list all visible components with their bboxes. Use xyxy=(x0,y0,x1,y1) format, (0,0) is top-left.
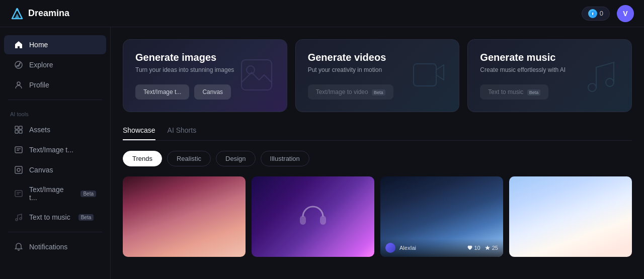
gallery: AlexIai 10 25 xyxy=(123,176,632,257)
sidebar-label-explore: Explore xyxy=(29,61,53,69)
sidebar-item-text-music[interactable]: Text to music Beta xyxy=(4,208,106,227)
gallery-item-1[interactable] xyxy=(123,176,246,257)
dreamina-logo-icon xyxy=(10,7,24,21)
gallery-overlay-3: AlexIai 10 25 xyxy=(380,239,503,257)
svg-rect-11 xyxy=(15,147,22,153)
music-icon xyxy=(14,213,23,222)
btn-canvas[interactable]: Canvas xyxy=(194,84,231,100)
sidebar-item-canvas[interactable]: Canvas xyxy=(4,160,106,179)
card-buttons-videos: Text/Image to video Beta xyxy=(308,84,447,100)
sidebar-item-home[interactable]: Home xyxy=(4,35,106,54)
tabs-row: Showcase AI Shorts xyxy=(123,126,632,141)
gallery-image-1 xyxy=(123,176,246,257)
feature-card-videos: Generate videos Put your creativity in m… xyxy=(295,39,460,112)
notifications-icon xyxy=(14,242,23,251)
svg-rect-10 xyxy=(19,130,22,133)
sidebar-item-assets[interactable]: Assets xyxy=(4,120,106,139)
svg-point-2 xyxy=(16,8,19,11)
svg-rect-23 xyxy=(320,216,326,225)
feature-cards: Generate images Turn your ideas into stu… xyxy=(123,39,632,112)
explore-icon xyxy=(14,60,23,69)
card-buttons-music: Text to music Beta xyxy=(480,84,619,100)
star-icon xyxy=(485,245,491,251)
filter-trends[interactable]: Trends xyxy=(123,151,162,166)
gallery-avatar-3 xyxy=(385,243,395,253)
coins-count: 0 xyxy=(600,10,603,17)
profile-icon xyxy=(14,80,23,89)
assets-icon xyxy=(14,125,23,134)
heart-icon xyxy=(467,245,473,251)
sidebar-label-text-image: Text/Image t... xyxy=(29,146,73,154)
video-beta-badge: Beta xyxy=(372,89,385,96)
sidebar-label-assets: Assets xyxy=(29,126,50,134)
sidebar-item-text-image[interactable]: Text/Image t... xyxy=(4,140,106,159)
tab-ai-shorts[interactable]: AI Shorts xyxy=(168,126,197,140)
sidebar: Home Explore Profile AI tools xyxy=(0,27,111,279)
sidebar-label-text-image-beta: Text/Image t... xyxy=(29,185,72,202)
stars-count: 25 xyxy=(492,245,498,251)
btn-text-to-video: Text/Image to video Beta xyxy=(308,84,393,100)
logo[interactable]: Dreamina xyxy=(10,7,69,21)
filter-design[interactable]: Design xyxy=(216,151,255,166)
feature-card-images: Generate images Turn your ideas into stu… xyxy=(123,39,287,112)
svg-text:⬆: ⬆ xyxy=(591,12,594,16)
gallery-item-3[interactable]: AlexIai 10 25 xyxy=(380,176,503,257)
filter-illustration[interactable]: Illustration xyxy=(261,151,309,166)
gallery-image-4 xyxy=(509,176,632,257)
card-buttons-images: Text/Image t... Canvas xyxy=(135,84,275,100)
sidebar-divider-2 xyxy=(8,232,102,232)
header: Dreamina ⬆ 0 V xyxy=(0,0,644,27)
coins-icon: ⬆ xyxy=(588,9,597,18)
feature-card-music: Generate music Create music effortlessly… xyxy=(467,39,632,112)
card-desc-images: Turn your ideas into stunning images xyxy=(135,66,275,73)
coins-badge[interactable]: ⬆ 0 xyxy=(582,7,610,21)
likes-count: 10 xyxy=(474,245,480,251)
beta-badge-text-image: Beta xyxy=(80,191,96,197)
sidebar-item-text-image-beta[interactable]: Text/Image t... Beta xyxy=(4,180,106,207)
sidebar-label-canvas: Canvas xyxy=(29,166,53,174)
svg-rect-14 xyxy=(15,191,22,197)
btn-text-image[interactable]: Text/Image t... xyxy=(135,84,189,100)
music-beta-badge: Beta xyxy=(527,89,541,96)
svg-rect-22 xyxy=(300,216,306,225)
sidebar-label-home: Home xyxy=(29,41,48,49)
sidebar-item-profile[interactable]: Profile xyxy=(4,75,106,95)
likes-stat: 10 xyxy=(467,245,480,251)
home-icon xyxy=(14,40,23,49)
layout: Home Explore Profile AI tools xyxy=(0,27,644,279)
text-image-icon xyxy=(14,145,23,154)
svg-point-16 xyxy=(20,218,22,220)
svg-rect-8 xyxy=(19,126,22,129)
svg-point-6 xyxy=(17,82,20,85)
svg-rect-12 xyxy=(15,166,22,173)
tab-showcase[interactable]: Showcase xyxy=(123,126,155,140)
sidebar-item-notifications[interactable]: Notifications xyxy=(4,237,106,256)
sidebar-item-explore[interactable]: Explore xyxy=(4,55,106,74)
sidebar-label-profile: Profile xyxy=(29,81,49,89)
ai-tools-label: AI tools xyxy=(0,105,110,119)
btn-text-to-music: Text to music Beta xyxy=(480,84,548,100)
svg-marker-1 xyxy=(15,14,20,19)
filter-row: Trends Realistic Design Illustration xyxy=(123,151,632,166)
user-avatar[interactable]: V xyxy=(617,5,634,22)
gallery-item-2[interactable] xyxy=(252,176,374,257)
sidebar-label-notifications: Notifications xyxy=(29,243,67,251)
logo-text: Dreamina xyxy=(28,8,69,19)
canvas-icon xyxy=(14,165,23,174)
sidebar-label-text-music: Text to music xyxy=(29,213,70,221)
text-image-beta-icon xyxy=(14,189,23,198)
gallery-username-3: AlexIai xyxy=(399,245,463,251)
gallery-image-2 xyxy=(252,176,374,257)
sidebar-divider-1 xyxy=(8,100,102,100)
gallery-stats-3: 10 25 xyxy=(467,245,499,251)
gallery-item-4[interactable] xyxy=(509,176,632,257)
filter-realistic[interactable]: Realistic xyxy=(167,151,211,166)
card-title-images: Generate images xyxy=(135,52,275,63)
card-title-music: Generate music xyxy=(480,52,619,63)
stars-stat: 25 xyxy=(485,245,498,251)
main-content: Generate images Turn your ideas into stu… xyxy=(111,27,644,279)
card-title-videos: Generate videos xyxy=(308,52,447,63)
svg-rect-7 xyxy=(15,126,18,129)
beta-badge-music: Beta xyxy=(78,214,94,221)
svg-point-13 xyxy=(17,168,20,171)
